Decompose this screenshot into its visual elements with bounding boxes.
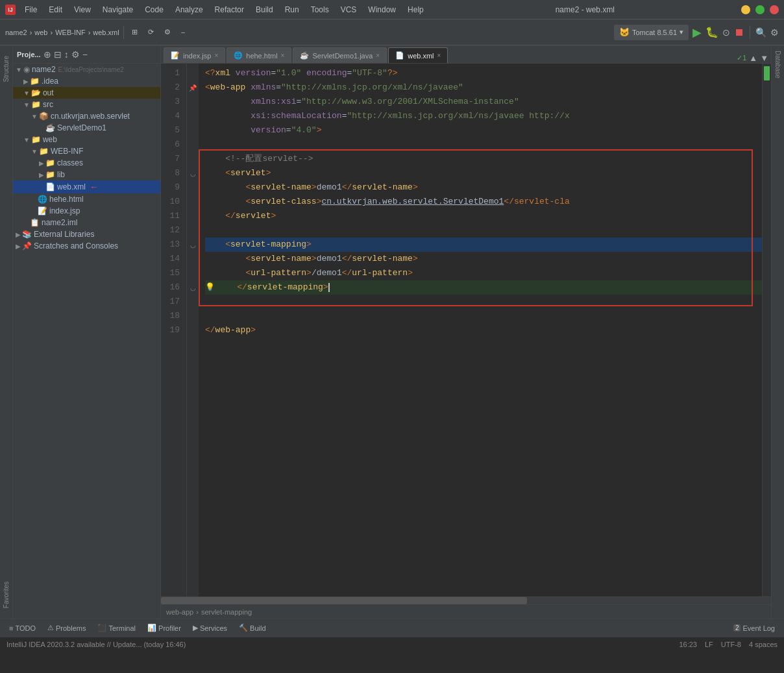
tree-item-webinf[interactable]: ▼ 📁 WEB-INF xyxy=(13,145,160,157)
run-with-coverage-button[interactable]: ⊙ xyxy=(722,27,730,38)
tree-item-hehehtml[interactable]: ▶ 🌐 hehe.html xyxy=(13,193,160,205)
code-line-1: <?xml version="1.0" encoding="UTF-8"?> xyxy=(205,66,762,80)
menu-code[interactable]: Code xyxy=(140,4,169,16)
toolbar-settings-btn[interactable]: ⚙ xyxy=(160,23,175,42)
tree-item-src[interactable]: ▼ 📁 src xyxy=(13,99,160,110)
ln-14: 14 xyxy=(161,252,184,266)
folder-icon-web: 📁 xyxy=(31,135,41,144)
ln-13: 13 xyxy=(161,238,184,252)
expand-editor-btn[interactable]: ▲ xyxy=(749,53,757,63)
sidebar-add-btn[interactable]: ⊕ xyxy=(43,49,51,60)
menu-analyze[interactable]: Analyze xyxy=(170,4,208,16)
fold-icon-13[interactable]: ◡ xyxy=(190,241,196,249)
sidebar-hide-btn[interactable]: − xyxy=(82,49,88,60)
tab-servletdemo1[interactable]: ☕ ServletDemo1.java × xyxy=(293,47,387,63)
folder-icon-webinf: 📁 xyxy=(39,147,49,156)
menu-file[interactable]: File xyxy=(19,4,42,16)
run-config-dropdown[interactable]: 🐱 Tomcat 8.5.61 ▾ xyxy=(614,25,689,40)
error-indicator[interactable] xyxy=(764,66,770,80)
tree-item-webxml[interactable]: ▶ 📄 web.xml ← xyxy=(13,180,160,193)
menu-navigate[interactable]: Navigate xyxy=(97,4,138,16)
scrollbar-thumb[interactable] xyxy=(161,597,527,604)
problems-btn[interactable]: ⚠ Problems xyxy=(43,622,90,633)
breadcrumb-webapp[interactable]: web-app xyxy=(166,608,193,616)
settings-btn[interactable]: ⚙ xyxy=(770,27,779,38)
sidebar-settings-btn[interactable]: ⚙ xyxy=(71,49,80,60)
toolbar-minus-btn[interactable]: − xyxy=(177,23,189,42)
run-button[interactable]: ▶ xyxy=(692,25,702,40)
ln-1: 1 xyxy=(161,66,184,80)
toolbar-sep-1 xyxy=(123,26,124,39)
menu-bar[interactable]: File Edit View Navigate Code Analyze Ref… xyxy=(19,4,429,16)
tree-item-indexjsp[interactable]: ▶ 📝 index.jsp xyxy=(13,205,160,217)
tab-indexjsp[interactable]: 📝 index.jsp × xyxy=(164,47,225,63)
problems-icon: ⚠ xyxy=(47,624,54,632)
structure-panel-label[interactable]: Structure xyxy=(1,52,11,86)
toolbar-project-btn[interactable]: ⊞ xyxy=(128,23,141,42)
bulb-icon-16[interactable]: 💡 xyxy=(205,280,215,295)
menu-window[interactable]: Window xyxy=(363,4,401,16)
menu-view[interactable]: View xyxy=(69,4,96,16)
breadcrumb-servletmapping[interactable]: servlet-mapping xyxy=(201,608,252,616)
tree-item-web[interactable]: ▼ 📁 web xyxy=(13,134,160,145)
notification-bar: IntelliJ IDEA 2020.3.2 available // Upda… xyxy=(0,637,784,651)
tab-webxml[interactable]: 📄 web.xml × xyxy=(388,47,448,63)
tab-close-indexjsp[interactable]: × xyxy=(214,52,218,59)
menu-build[interactable]: Build xyxy=(251,4,278,16)
fold-icon-16[interactable]: ◡ xyxy=(190,284,196,291)
todo-btn[interactable]: ≡ TODO xyxy=(5,623,40,633)
notification-text: IntelliJ IDEA 2020.3.2 available // Upda… xyxy=(6,641,186,648)
build-label: Build xyxy=(250,624,265,632)
tree-item-scratches[interactable]: ▶ 📌 Scratches and Consoles xyxy=(13,240,160,252)
terminal-btn[interactable]: ⬛ Terminal xyxy=(93,622,140,633)
maximize-button[interactable] xyxy=(755,5,765,14)
tree-item-lib[interactable]: ▶ 📁 lib xyxy=(13,169,160,180)
code-editor[interactable]: <?xml version="1.0" encoding="UTF-8"?> <… xyxy=(199,64,762,596)
breadcrumb-name2[interactable]: name2 xyxy=(5,29,27,36)
menu-run[interactable]: Run xyxy=(280,4,304,16)
close-button[interactable] xyxy=(770,5,779,14)
tree-item-name2iml[interactable]: ▶ 📋 name2.iml xyxy=(13,217,160,228)
editor-content[interactable]: 1 2 3 4 5 6 7 8 9 10 11 12 13 14 15 16 1 xyxy=(161,64,771,618)
tab-close-hehehtml[interactable]: × xyxy=(281,52,285,59)
tree-item-out[interactable]: ▼ 📂 out xyxy=(13,87,160,99)
menu-edit[interactable]: Edit xyxy=(43,4,67,16)
tree-item-name2[interactable]: ▼ ◉ name2 E:\IdeaProjects\name2 xyxy=(13,64,160,75)
breadcrumb-webxml[interactable]: web.xml xyxy=(93,29,119,36)
tree-arrow-lib: ▶ xyxy=(39,171,44,178)
breadcrumb-web[interactable]: web xyxy=(34,29,47,36)
fold-icon-8[interactable]: ◡ xyxy=(190,170,196,177)
menu-tools[interactable]: Tools xyxy=(306,4,334,16)
ln-7: 7 xyxy=(161,152,184,166)
editor-scrollbar[interactable] xyxy=(161,596,771,604)
tree-item-extlibs[interactable]: ▶ 📚 External Libraries xyxy=(13,228,160,240)
minimize-button[interactable] xyxy=(741,5,750,14)
menu-help[interactable]: Help xyxy=(402,4,429,16)
event-log-btn[interactable]: 2 Event Log xyxy=(729,623,779,633)
collapse-editor-btn[interactable]: ▼ xyxy=(760,53,768,63)
tab-close-servletdemo1[interactable]: × xyxy=(376,52,380,59)
menu-vcs[interactable]: VCS xyxy=(336,4,362,16)
debug-button[interactable]: 🐛 xyxy=(705,26,718,38)
profiler-btn[interactable]: 📊 Profiler xyxy=(143,622,185,633)
menu-refactor[interactable]: Refactor xyxy=(210,4,249,16)
tree-item-servletdemo1[interactable]: ▶ ☕ ServletDemo1 xyxy=(13,122,160,134)
tab-close-webxml[interactable]: × xyxy=(437,52,441,59)
stop-button[interactable]: ⏹ xyxy=(734,27,744,38)
tree-item-cn-package[interactable]: ▼ 📦 cn.utkvrjan.web.servlet xyxy=(13,110,160,122)
tree-item-idea[interactable]: ▶ 📁 .idea xyxy=(13,75,160,87)
sidebar-collapse-btn[interactable]: ⊟ xyxy=(54,49,62,60)
search-everywhere-btn[interactable]: 🔍 xyxy=(755,27,766,38)
breadcrumb-webinf[interactable]: WEB-INF xyxy=(55,29,85,36)
line-ending[interactable]: LF xyxy=(705,641,713,648)
services-btn[interactable]: ▶ Services xyxy=(189,622,231,633)
database-panel-label[interactable]: Database xyxy=(773,45,783,84)
tree-item-classes[interactable]: ▶ 📁 classes xyxy=(13,157,160,169)
encoding-indicator[interactable]: UTF-8 xyxy=(721,641,741,648)
sidebar-sort-btn[interactable]: ↕ xyxy=(64,49,69,60)
favorites-panel-label[interactable]: Favorites xyxy=(1,578,11,612)
tab-hehehtml[interactable]: 🌐 hehe.html × xyxy=(227,47,291,63)
build-btn[interactable]: 🔨 Build xyxy=(235,622,269,633)
toolbar-sync-btn[interactable]: ⟳ xyxy=(144,23,158,42)
indent-indicator[interactable]: 4 spaces xyxy=(749,641,778,648)
